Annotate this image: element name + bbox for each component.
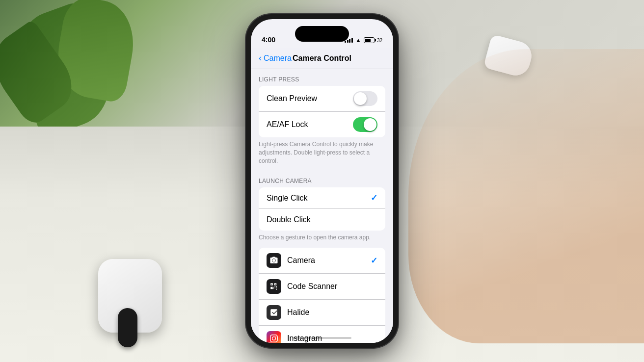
halide-label: Halide bbox=[287, 308, 309, 317]
wifi-icon: ▲ bbox=[355, 37, 361, 44]
aeaf-lock-label: AE/AF Lock bbox=[267, 120, 308, 129]
camera-app-label: Camera bbox=[287, 256, 315, 265]
single-click-row[interactable]: Single Click ✓ bbox=[259, 187, 385, 209]
back-label: Camera bbox=[264, 54, 292, 63]
camera-app-icon bbox=[267, 253, 281, 268]
iphone-screen: 4:00 ▲ 32 ‹ Camera Camera C bbox=[251, 19, 393, 343]
hand-overlay bbox=[408, 49, 644, 343]
double-click-row[interactable]: Double Click bbox=[259, 209, 385, 231]
single-click-checkmark: ✓ bbox=[371, 193, 377, 203]
apps-group: Camera ✓ Code Scanner bbox=[259, 248, 385, 343]
instagram-icon bbox=[267, 331, 281, 343]
halide-icon bbox=[267, 305, 281, 320]
dynamic-island bbox=[295, 26, 349, 42]
back-button[interactable]: ‹ Camera bbox=[259, 53, 292, 63]
camera-app-checkmark: ✓ bbox=[371, 256, 377, 266]
code-scanner-label: Code Scanner bbox=[287, 282, 337, 291]
toggle-knob bbox=[354, 92, 367, 105]
airpods-keychain bbox=[118, 308, 137, 347]
status-icons: ▲ 32 bbox=[345, 37, 382, 44]
settings-content: LIGHT PRESS Clean Preview AE/AF Lock bbox=[251, 69, 393, 343]
light-press-description: Light-press Camera Control to quickly ma… bbox=[251, 137, 393, 171]
light-press-group: Clean Preview AE/AF Lock bbox=[259, 86, 385, 137]
aeaf-lock-toggle[interactable] bbox=[353, 117, 377, 132]
navigation-bar: ‹ Camera Camera Control bbox=[251, 48, 393, 69]
launch-camera-header: LAUNCH CAMERA bbox=[251, 171, 393, 187]
list-item[interactable]: Code Scanner bbox=[259, 274, 385, 300]
status-time: 4:00 bbox=[262, 36, 275, 44]
battery-icon bbox=[364, 37, 375, 43]
launch-camera-group: Single Click ✓ Double Click bbox=[259, 187, 385, 231]
chevron-left-icon: ‹ bbox=[259, 53, 262, 63]
page-title: Camera Control bbox=[293, 54, 351, 63]
code-scanner-icon bbox=[267, 279, 281, 294]
clean-preview-label: Clean Preview bbox=[267, 94, 317, 103]
clean-preview-toggle[interactable] bbox=[353, 91, 377, 106]
double-click-label: Double Click bbox=[267, 215, 311, 224]
aeaf-lock-row[interactable]: AE/AF Lock bbox=[259, 112, 385, 137]
list-item[interactable]: Camera ✓ bbox=[259, 248, 385, 274]
list-item[interactable]: Halide bbox=[259, 300, 385, 326]
svg-point-0 bbox=[272, 259, 275, 262]
light-press-header: LIGHT PRESS bbox=[251, 69, 393, 86]
apps-section: Camera ✓ Code Scanner bbox=[251, 248, 393, 343]
home-indicator bbox=[293, 337, 351, 339]
light-press-section: LIGHT PRESS Clean Preview AE/AF Lock bbox=[251, 69, 393, 171]
list-item[interactable]: Instagram bbox=[259, 326, 385, 343]
iphone-device: 4:00 ▲ 32 ‹ Camera Camera C bbox=[246, 14, 398, 348]
toggle-knob bbox=[364, 118, 376, 131]
launch-camera-description: Choose a gesture to open the camera app. bbox=[251, 231, 393, 248]
launch-camera-section: LAUNCH CAMERA Single Click ✓ Double Clic… bbox=[251, 171, 393, 248]
battery-percent: 32 bbox=[377, 38, 382, 43]
clean-preview-row[interactable]: Clean Preview bbox=[259, 86, 385, 112]
single-click-label: Single Click bbox=[267, 194, 308, 203]
